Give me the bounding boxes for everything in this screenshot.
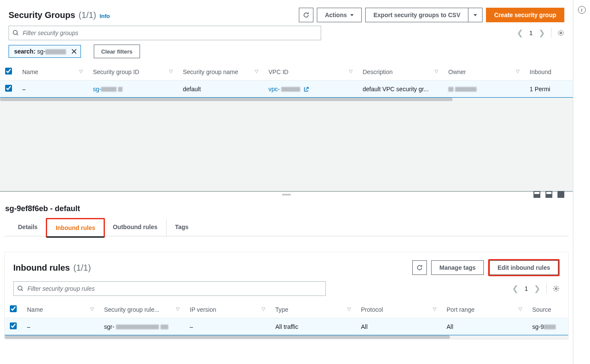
cell-protocol: All — [356, 318, 441, 335]
layout-full-icon[interactable] — [557, 191, 564, 198]
search-icon — [12, 30, 19, 36]
col-port-range: Port range — [447, 306, 474, 313]
h-scrollbar[interactable] — [0, 98, 573, 101]
create-security-group-button[interactable]: Create security group — [486, 8, 564, 22]
sort-icon[interactable]: ▽ — [433, 306, 436, 312]
close-icon[interactable] — [71, 48, 77, 54]
clear-filters-button[interactable]: Clear filters — [94, 45, 140, 58]
tab-details[interactable]: Details — [9, 219, 47, 236]
gear-icon[interactable] — [553, 285, 560, 292]
next-page[interactable]: ❯ — [539, 28, 545, 38]
search-box[interactable] — [9, 26, 321, 40]
cell-description: default VPC security gr... — [358, 81, 443, 98]
cell-ip-version: – — [185, 318, 270, 335]
col-inbound: Inbound — [530, 69, 551, 75]
sort-icon[interactable]: ▽ — [435, 69, 438, 74]
col-description: Description — [363, 69, 393, 75]
refresh-inbound-button[interactable] — [412, 260, 427, 275]
cell-port-range: All — [441, 318, 527, 335]
tab-outbound-rules[interactable]: Outbound rules — [104, 219, 166, 236]
inbound-search-box[interactable] — [13, 281, 326, 296]
edit-inbound-rules-button[interactable]: Edit inbound rules — [489, 260, 558, 275]
cell-source: sg-9 — [527, 318, 568, 335]
export-button[interactable]: Export security groups to CSV — [365, 8, 468, 22]
col-sg-name: Security group name — [183, 69, 238, 75]
cell-owner — [443, 81, 524, 98]
search-icon — [17, 285, 24, 292]
sort-icon[interactable]: ▽ — [255, 69, 258, 74]
inbound-rules-table: Name▽ Security group rule...▽ IP version… — [5, 301, 568, 339]
export-split-button[interactable]: Export security groups to CSV — [365, 8, 483, 22]
sort-icon[interactable]: ▽ — [176, 306, 179, 312]
actions-button[interactable]: Actions — [317, 8, 362, 22]
gear-icon[interactable] — [557, 30, 564, 36]
refresh-icon — [416, 264, 423, 271]
sort-icon[interactable]: ▽ — [349, 69, 352, 74]
refresh-button[interactable] — [299, 8, 313, 22]
inbound-title: Inbound rules — [13, 263, 70, 273]
select-all-checkbox[interactable] — [5, 68, 12, 75]
export-caret-button[interactable] — [468, 8, 483, 22]
cell-rule-id: sgr- — [99, 318, 185, 335]
sort-icon[interactable]: ▽ — [169, 69, 173, 74]
external-link-icon — [304, 87, 309, 92]
chip-prefix: search: — [14, 48, 36, 55]
col-owner: Owner — [448, 69, 466, 75]
cell-type: All traffic — [270, 318, 356, 335]
panel-splitter[interactable] — [0, 191, 573, 197]
tab-tags[interactable]: Tags — [167, 219, 197, 236]
filter-chip[interactable]: search: sg- — [9, 45, 81, 58]
info-icon[interactable]: i — [578, 6, 586, 14]
table-row[interactable]: – sgr- – All traffic All All sg-9 — [5, 318, 568, 335]
sort-icon[interactable]: ▽ — [347, 306, 351, 312]
cell-name: – — [22, 318, 99, 335]
sort-icon[interactable]: ▽ — [262, 306, 265, 312]
svg-point-1 — [560, 32, 562, 34]
col-name: Name — [22, 69, 38, 75]
chip-value: sg- — [37, 48, 45, 55]
svg-point-0 — [13, 30, 17, 34]
cell-name: – — [17, 81, 88, 98]
inbound-count: (1/1) — [73, 263, 91, 273]
grip-icon — [282, 194, 291, 195]
h-scrollbar[interactable] — [5, 335, 568, 339]
page-number: 1 — [529, 30, 533, 36]
divider — [551, 28, 551, 38]
sort-icon[interactable]: ▽ — [516, 69, 519, 74]
sort-icon[interactable]: ▽ — [518, 306, 522, 312]
prev-page[interactable]: ❮ — [517, 28, 523, 38]
row-checkbox[interactable] — [5, 85, 12, 92]
col-name: Name — [27, 306, 43, 313]
col-source: Source — [532, 306, 551, 313]
manage-tags-button[interactable]: Manage tags — [431, 260, 484, 275]
sg-id-link[interactable]: sg- — [93, 86, 122, 92]
row-checkbox[interactable] — [10, 322, 17, 329]
info-link[interactable]: Info — [100, 13, 110, 19]
col-type: Type — [275, 306, 288, 313]
inbound-prev-page[interactable]: ❮ — [512, 284, 518, 293]
tab-inbound-rules[interactable]: Inbound rules — [46, 218, 105, 238]
col-vpc-id: VPC ID — [268, 69, 289, 75]
sort-icon[interactable]: ▽ — [79, 69, 83, 74]
inbound-rules-card: Inbound rules (1/1) Manage tags Edit inb… — [4, 252, 569, 339]
inbound-search-input[interactable] — [13, 281, 326, 296]
cell-sg-name: default — [178, 81, 263, 98]
inbound-select-all[interactable] — [10, 305, 17, 312]
cell-inbound: 1 Permi — [524, 81, 573, 98]
actions-label: Actions — [325, 12, 347, 18]
divider — [546, 283, 547, 294]
vpc-id-link[interactable]: vpc- — [268, 86, 300, 92]
page-title: Security Groups — [9, 10, 75, 20]
layout-split-icon[interactable] — [545, 191, 552, 198]
detail-title: sg-9ef8f6eb - default — [4, 204, 569, 219]
security-groups-table: Name▽ Security group ID▽ Security group … — [0, 63, 573, 101]
caret-down-icon — [474, 14, 477, 16]
tabs: Details Inbound rules Outbound rules Tag… — [4, 219, 569, 236]
page-count: (1/1) — [79, 10, 96, 20]
search-input[interactable] — [9, 26, 321, 40]
sort-icon[interactable]: ▽ — [90, 306, 94, 312]
table-row[interactable]: – sg- default vpc- default VPC security … — [0, 81, 573, 98]
layout-bottom-icon[interactable] — [533, 191, 540, 198]
inbound-next-page[interactable]: ❯ — [534, 284, 540, 293]
right-rail: i — [573, 0, 590, 364]
